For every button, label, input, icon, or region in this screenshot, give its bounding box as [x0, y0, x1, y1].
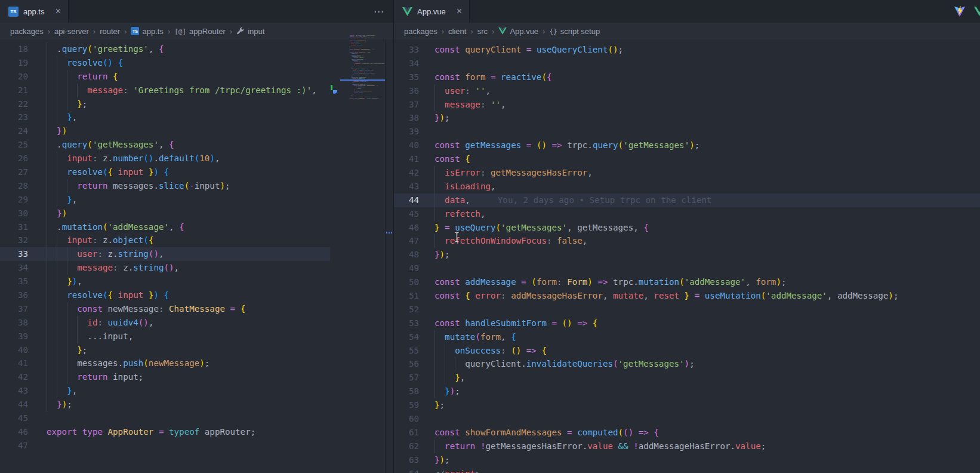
code-line[interactable]: 50const addMessage = (form: Form) => trp…: [394, 275, 980, 289]
breadcrumb-item[interactable]: input: [236, 27, 264, 36]
code-line[interactable]: 23 },: [0, 110, 330, 124]
more-actions-icon[interactable]: ⋯: [374, 5, 384, 18]
line-number: 18: [0, 42, 28, 56]
line-number: 57: [394, 371, 419, 385]
code-line[interactable]: 28 return messages.slice(-input);: [0, 179, 330, 193]
code-line[interactable]: 58 });: [394, 385, 980, 398]
code-line[interactable]: 49: [394, 262, 980, 275]
line-number: 24: [0, 124, 28, 138]
vue-icon-partial[interactable]: [974, 6, 980, 17]
breadcrumb-item[interactable]: packages: [10, 27, 44, 36]
code-line[interactable]: 31 .mutation('addMessage', {: [0, 220, 330, 234]
code-line[interactable]: 59};: [394, 398, 980, 412]
code-line[interactable]: 47 refetchOnWindowFocus: false,: [394, 234, 980, 248]
code-line[interactable]: 32 input: z.object({: [0, 234, 330, 247]
code-line[interactable]: 55 onSuccess: () => {: [394, 344, 980, 358]
breadcrumb-item[interactable]: App.vue: [498, 27, 538, 36]
breadcrumb-item[interactable]: api-server: [54, 27, 89, 36]
code-line[interactable]: 45 refetch,: [394, 207, 980, 221]
minimap[interactable]: import * as trpc from '@trpc/server';imp…: [340, 35, 385, 113]
breadcrumb-item[interactable]: [@]appRouter: [174, 27, 226, 36]
code-line[interactable]: 44 });: [0, 398, 330, 411]
code-line[interactable]: 43 },: [0, 384, 330, 398]
breadcrumb-item[interactable]: {}script setup: [549, 27, 600, 36]
code-line[interactable]: 41const {: [394, 152, 980, 166]
code-line[interactable]: 36 resolve({ input }) {: [0, 288, 330, 302]
code-line[interactable]: 48});: [394, 248, 980, 262]
code-line[interactable]: 46export type AppRouter = typeof appRout…: [0, 425, 330, 439]
code-line[interactable]: 44 data,You, 2 days ago • Setup trpc on …: [394, 194, 980, 207]
code-line[interactable]: 21 message: 'Greetings from /trpc/greeti…: [0, 84, 330, 97]
code-line[interactable]: 43 isLoading,: [394, 180, 980, 194]
breadcrumb-label: input: [248, 27, 264, 36]
code-line[interactable]: 41 messages.push(newMessage);: [0, 357, 330, 370]
code-line[interactable]: 61const showFormAndMessages = computed((…: [394, 426, 980, 440]
breadcrumb-item[interactable]: TSapp.ts: [131, 27, 163, 36]
code-line[interactable]: 27 resolve({ input }) {: [0, 165, 330, 179]
close-icon[interactable]: ×: [457, 7, 462, 16]
close-icon[interactable]: ×: [55, 7, 60, 16]
code-line[interactable]: 38 id: uuidv4(),: [0, 316, 330, 330]
line-number: 47: [394, 234, 419, 248]
code-line[interactable]: 40 };: [0, 343, 330, 357]
code-line[interactable]: 52: [394, 303, 980, 317]
breadcrumb-item[interactable]: client: [448, 27, 466, 36]
breadcrumb-separator: ›: [168, 27, 170, 36]
line-number: 56: [394, 357, 419, 371]
code-line[interactable]: 29 },: [0, 193, 330, 207]
breadcrumb-separator: ›: [470, 27, 473, 36]
editor-group-left: TS app.ts × ⋯ packages›api-server›router…: [0, 0, 394, 473]
editor-app-ts[interactable]: 18 .query('greetings', {19 resolve() {20…: [0, 39, 330, 473]
code-line[interactable]: 57 },: [394, 371, 980, 385]
minimap-border: [385, 39, 386, 473]
code-line[interactable]: 37 const newMessage: ChatMessage = {: [0, 302, 330, 316]
code-line[interactable]: 56 queryClient.invalidateQueries('getMes…: [394, 357, 980, 371]
code-line[interactable]: 42 isError: getMessagesHasError,: [394, 166, 980, 180]
code-line[interactable]: 37 message: '',: [394, 98, 980, 112]
line-number: 26: [0, 152, 28, 165]
code-line[interactable]: 22 };: [0, 97, 330, 111]
code-line[interactable]: 18 .query('greetings', {: [0, 42, 330, 56]
code-line[interactable]: 47: [0, 439, 330, 453]
tab-label: app.ts: [23, 7, 44, 16]
code-line[interactable]: 33const queryClient = useQueryClient();: [394, 43, 980, 57]
code-line[interactable]: 34: [394, 57, 980, 70]
tab-app-vue[interactable]: App.vue ×: [394, 0, 470, 23]
code-line[interactable]: 30 }): [0, 207, 330, 220]
breadcrumb-label: App.vue: [510, 27, 538, 36]
code-line[interactable]: 24 }): [0, 124, 330, 138]
code-line[interactable]: 39 ...input,: [0, 330, 330, 343]
code-line[interactable]: 39: [394, 125, 980, 139]
tab-app-ts[interactable]: TS app.ts ×: [0, 0, 69, 23]
code-line[interactable]: 33 user: z.string(),: [0, 247, 330, 261]
code-line[interactable]: 64</script>: [394, 467, 980, 473]
code-line[interactable]: 45: [0, 411, 330, 425]
breadcrumb-item[interactable]: packages: [404, 27, 437, 36]
code-line[interactable]: 53const handleSubmitForm = () => {: [394, 317, 980, 330]
code-line[interactable]: 62 return !getMessagesHasError.value && …: [394, 440, 980, 453]
code-line[interactable]: 51const { error: addMessageHasError, mut…: [394, 289, 980, 303]
code-line[interactable]: 19 resolve() {: [0, 56, 330, 70]
code-line[interactable]: 46} = useQuery('getMessages', getMessage…: [394, 221, 980, 235]
code-line[interactable]: 54 mutate(form, {: [394, 330, 980, 344]
code-line[interactable]: 42 return input;: [0, 370, 330, 384]
vite-icon[interactable]: [953, 4, 967, 19]
code-line[interactable]: 63});: [394, 453, 980, 467]
line-number: 35: [394, 70, 419, 84]
code-line[interactable]: 40const getMessages = () => trpc.query('…: [394, 139, 980, 152]
code-line[interactable]: 35 }),: [0, 275, 330, 288]
breadcrumb-label: appRouter: [189, 27, 226, 36]
breadcrumb-item[interactable]: src: [477, 27, 488, 36]
code-line[interactable]: 35const form = reactive({: [394, 70, 980, 84]
code-line[interactable]: 20 return {: [0, 70, 330, 84]
breadcrumb-item[interactable]: router: [100, 27, 120, 36]
editor-app-vue[interactable]: 33const queryClient = useQueryClient();3…: [394, 39, 980, 473]
code-line[interactable]: 25 .query('getMessages', {: [0, 138, 330, 152]
code-line[interactable]: 34 message: z.string(),: [0, 261, 330, 275]
code-line[interactable]: 26 input: z.number().default(10),: [0, 152, 330, 165]
line-number: 46: [0, 425, 28, 439]
code-line[interactable]: 38});: [394, 111, 980, 125]
code-line[interactable]: 60: [394, 412, 980, 426]
code-line[interactable]: 36 user: '',: [394, 84, 980, 98]
line-number: 63: [394, 453, 419, 467]
